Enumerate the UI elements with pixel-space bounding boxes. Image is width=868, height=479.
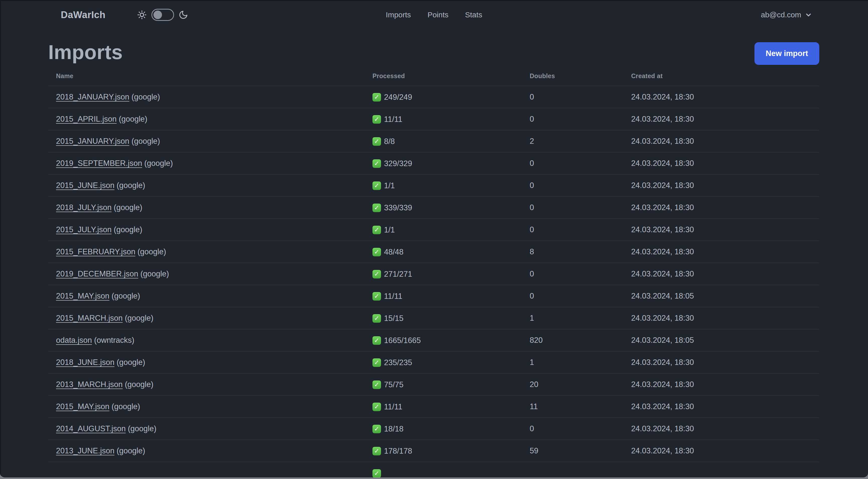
processed-cell: ✓178/178 xyxy=(372,440,530,462)
moon-icon xyxy=(179,10,188,20)
name-cell: 2015_JANUARY.json (google) xyxy=(48,130,372,152)
import-file-link[interactable]: 2015_JANUARY.json xyxy=(56,137,129,146)
main-nav: Imports Points Stats xyxy=(386,10,482,19)
processed-cell: ✓15/15 xyxy=(372,307,530,329)
doubles-cell: 0 xyxy=(530,108,631,130)
nav-link-stats[interactable]: Stats xyxy=(465,10,482,19)
import-file-link[interactable]: 2018_JANUARY.json xyxy=(56,92,129,101)
nav-link-points[interactable]: Points xyxy=(428,10,448,19)
doubles-cell: 820 xyxy=(530,329,631,351)
table-row: 2015_MAY.json (google)✓11/11024.03.2024,… xyxy=(48,285,819,307)
sun-icon xyxy=(137,10,147,20)
import-source: (google) xyxy=(115,446,145,455)
processed-count: 235/235 xyxy=(384,358,412,367)
name-cell: 2015_FEBRUARY.json (google) xyxy=(48,241,372,263)
created-at-cell: 24.03.2024, 18:30 xyxy=(631,351,819,373)
created-at-cell: 24.03.2024, 18:05 xyxy=(631,285,819,307)
name-cell: 2019_DECEMBER.json (google) xyxy=(48,263,372,285)
table-header-row: Name Processed Doubles Created at xyxy=(48,66,819,86)
table-row: 2014_AUGUST.json (google)✓18/18024.03.20… xyxy=(48,418,819,440)
name-cell: 2015_APRIL.json (google) xyxy=(48,108,372,130)
import-source: (google) xyxy=(123,380,153,389)
app-window: DaWarIch xyxy=(0,0,868,478)
import-file-link[interactable]: 2018_JUNE.json xyxy=(56,358,115,367)
nav-link-imports[interactable]: Imports xyxy=(386,10,411,19)
processed-cell: ✓235/235 xyxy=(372,351,530,373)
processed-count: 11/11 xyxy=(384,292,402,301)
account-menu[interactable]: ab@cd.com xyxy=(761,10,812,19)
processed-count: 1665/1665 xyxy=(384,336,421,345)
created-at-cell: 24.03.2024, 18:30 xyxy=(631,241,819,263)
name-cell xyxy=(48,462,372,478)
name-cell: 2019_SEPTEMBER.json (google) xyxy=(48,152,372,174)
page-title: Imports xyxy=(48,38,819,66)
column-header-processed: Processed xyxy=(372,66,530,86)
imports-table: Name Processed Doubles Created at 2018_J… xyxy=(48,66,819,478)
doubles-cell: 1 xyxy=(530,307,631,329)
page-header: Imports New import xyxy=(48,38,819,66)
processed-count: 271/271 xyxy=(384,270,412,279)
table-row: 2015_JANUARY.json (google)✓8/8224.03.202… xyxy=(48,130,819,152)
import-file-link[interactable]: 2013_MARCH.json xyxy=(56,380,123,389)
success-check-icon: ✓ xyxy=(372,314,381,323)
processed-count: 249/249 xyxy=(384,93,412,102)
name-cell: odata.json (owntracks) xyxy=(48,329,372,351)
import-file-link[interactable]: 2013_JUNE.json xyxy=(56,446,115,455)
processed-cell: ✓8/8 xyxy=(372,130,530,152)
created-at-cell: 24.03.2024, 18:30 xyxy=(631,373,819,395)
created-at-cell: 24.03.2024, 18:30 xyxy=(631,86,819,108)
import-file-link[interactable]: 2015_JULY.json xyxy=(56,225,112,234)
created-at-cell: 24.03.2024, 18:30 xyxy=(631,174,819,197)
name-cell: 2013_JUNE.json (google) xyxy=(48,440,372,462)
created-at-cell: 24.03.2024, 18:30 xyxy=(631,263,819,285)
created-at-cell: 24.03.2024, 18:05 xyxy=(631,329,819,351)
import-file-link[interactable]: 2015_MAY.json xyxy=(56,402,110,411)
processed-count: 75/75 xyxy=(384,380,404,389)
doubles-cell: 0 xyxy=(530,285,631,307)
import-source: (google) xyxy=(142,159,173,168)
import-file-link[interactable]: 2018_JULY.json xyxy=(56,203,112,212)
table-row: 2015_JUNE.json (google)✓1/1024.03.2024, … xyxy=(48,174,819,197)
name-cell: 2015_MARCH.json (google) xyxy=(48,307,372,329)
created-at-cell: 24.03.2024, 18:30 xyxy=(631,219,819,241)
import-file-link[interactable]: 2019_DECEMBER.json xyxy=(56,269,138,278)
processed-cell: ✓18/18 xyxy=(372,418,530,440)
table-row: 2015_FEBRUARY.json (google)✓48/48824.03.… xyxy=(48,241,819,263)
navbar: DaWarIch xyxy=(0,0,868,30)
created-at-cell: 24.03.2024, 18:30 xyxy=(631,130,819,152)
import-source: (google) xyxy=(126,424,156,433)
import-file-link[interactable]: odata.json xyxy=(56,336,92,345)
table-row: 2019_DECEMBER.json (google)✓271/271024.0… xyxy=(48,263,819,285)
processed-count: 178/178 xyxy=(384,447,412,456)
import-source: (google) xyxy=(110,292,140,300)
import-source: (google) xyxy=(115,181,145,190)
new-import-button[interactable]: New import xyxy=(754,42,819,65)
import-file-link[interactable]: 2015_JUNE.json xyxy=(56,181,115,190)
import-file-link[interactable]: 2015_FEBRUARY.json xyxy=(56,247,135,256)
name-cell: 2015_MAY.json (google) xyxy=(48,395,372,418)
processed-count: 1/1 xyxy=(384,181,395,190)
doubles-cell xyxy=(530,462,631,478)
table-row: 2015_MAY.json (google)✓11/111124.03.2024… xyxy=(48,395,819,418)
table-row: 2015_JULY.json (google)✓1/1024.03.2024, … xyxy=(48,219,819,241)
processed-count: 11/11 xyxy=(384,402,402,411)
name-cell: 2014_AUGUST.json (google) xyxy=(48,418,372,440)
import-source: (google) xyxy=(110,402,140,411)
import-file-link[interactable]: 2015_MAY.json xyxy=(56,292,110,300)
success-check-icon: ✓ xyxy=(372,248,381,256)
processed-count: 339/339 xyxy=(384,203,412,212)
import-file-link[interactable]: 2014_AUGUST.json xyxy=(56,424,126,433)
import-file-link[interactable]: 2015_MARCH.json xyxy=(56,313,123,323)
doubles-cell: 0 xyxy=(530,152,631,174)
app-logo[interactable]: DaWarIch xyxy=(61,9,105,20)
import-file-link[interactable]: 2019_SEPTEMBER.json xyxy=(56,159,142,168)
doubles-cell: 0 xyxy=(530,86,631,108)
column-header-created-at: Created at xyxy=(631,66,819,86)
success-check-icon: ✓ xyxy=(372,292,381,301)
import-file-link[interactable]: 2015_APRIL.json xyxy=(56,115,117,123)
theme-switch[interactable] xyxy=(151,9,174,21)
success-check-icon: ✓ xyxy=(372,425,381,433)
processed-cell: ✓11/11 xyxy=(372,285,530,307)
success-check-icon: ✓ xyxy=(372,402,381,411)
doubles-cell: 8 xyxy=(530,241,631,263)
